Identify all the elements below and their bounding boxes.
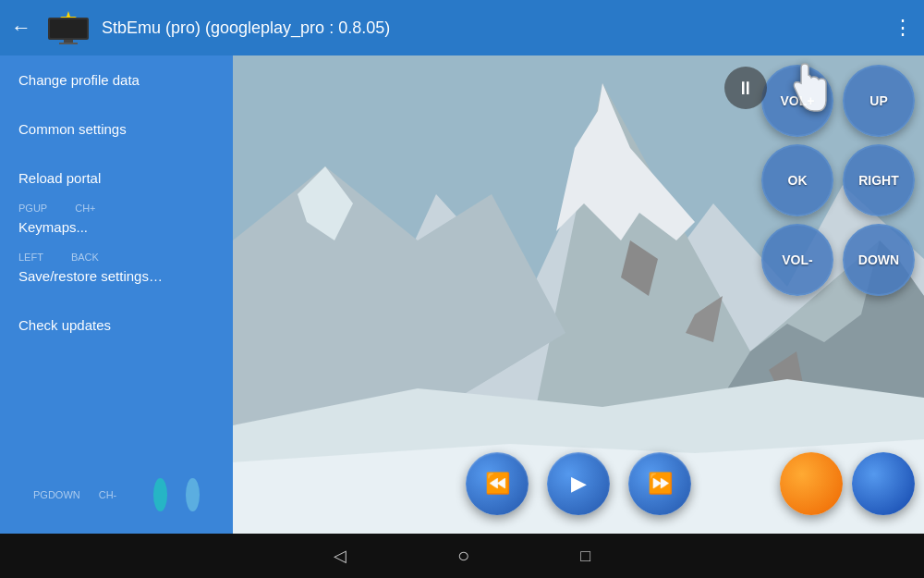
right-button[interactable]: RIGHT (843, 144, 915, 216)
sidebar-item-check-updates[interactable]: Check updates (0, 301, 233, 350)
pause-icon: ⏸ (736, 78, 755, 99)
remote-row-top: VOL+ UP (761, 65, 915, 137)
fastforward-button[interactable]: ⏩ (628, 452, 691, 515)
sidebar: Change profile data Common settings Relo… (0, 55, 233, 534)
sidebar-bottom: PGDOWN CH- (0, 474, 233, 515)
top-bar: ← StbEmu (pro) (googleplay_pro : 0.8.05)… (0, 0, 924, 55)
ok-button[interactable]: OK (761, 144, 833, 216)
sidebar-item-reload-portal[interactable]: Reload portal (0, 154, 233, 203)
android-home-button[interactable]: ○ (457, 544, 469, 568)
up-button[interactable]: UP (843, 65, 915, 137)
monitor-icon (46, 10, 91, 45)
keymaps-hints: PGUP CH+ (18, 203, 214, 214)
svg-rect-4 (59, 43, 78, 44)
remote-row-bottom: VOL- DOWN (761, 224, 915, 296)
vol-minus-button[interactable]: VOL- (761, 224, 833, 296)
app-title: StbEmu (pro) (googleplay_pro : 0.8.05) (102, 18, 893, 38)
vol-plus-button[interactable]: VOL+ (761, 65, 833, 137)
play-button[interactable]: ▶ (547, 452, 610, 515)
remote-row-middle: OK RIGHT (761, 144, 915, 216)
sidebar-item-keymaps[interactable]: Keymaps... (0, 215, 233, 252)
pause-button[interactable]: ⏸ (724, 67, 767, 109)
more-button[interactable]: ⋮ (893, 16, 913, 40)
android-recent-button[interactable]: □ (580, 547, 590, 566)
back-button[interactable]: ← (11, 16, 31, 40)
sidebar-item-save-restore[interactable]: Save/restore settings… (0, 264, 233, 301)
media-controls: ⏪ ▶ ⏩ (466, 452, 691, 515)
svg-rect-2 (50, 19, 87, 38)
sidebar-btn-cyan[interactable] (153, 478, 167, 511)
down-button[interactable]: DOWN (843, 224, 915, 296)
save-hints: LEFT BACK (18, 252, 214, 263)
orange-button[interactable] (780, 452, 843, 515)
android-nav-bar: ◁ ○ □ (0, 534, 924, 578)
blue-button[interactable] (852, 452, 915, 515)
sidebar-item-common-settings[interactable]: Common settings (0, 105, 233, 154)
main-area: Change profile data Common settings Relo… (0, 55, 924, 534)
color-buttons (780, 452, 915, 515)
android-back-button[interactable]: ◁ (334, 546, 346, 566)
remote-controls: VOL+ UP OK RIGHT VOL- DOWN (761, 65, 915, 296)
sidebar-btn-blue[interactable] (186, 478, 200, 511)
rewind-button[interactable]: ⏪ (466, 452, 529, 515)
sidebar-item-change-profile[interactable]: Change profile data (0, 55, 233, 105)
video-area: ⏸ VOL+ UP OK RIGHT VOL- DOWN (233, 55, 924, 534)
